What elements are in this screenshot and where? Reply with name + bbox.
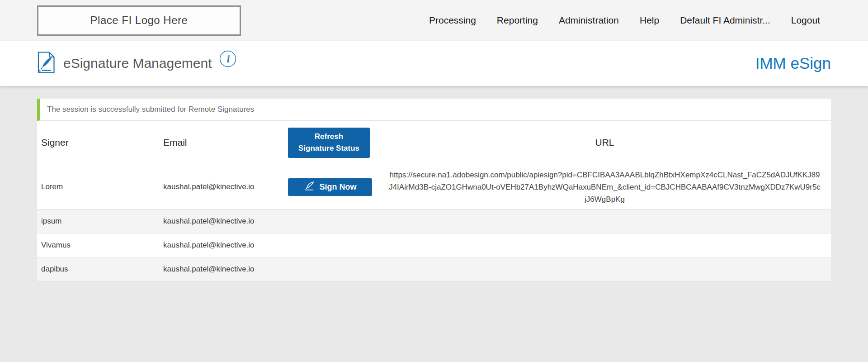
table-row: ipsum kaushal.patel@kinective.io — [37, 209, 831, 233]
action-cell — [288, 233, 378, 257]
url-cell — [378, 209, 831, 233]
refresh-signature-status-button[interactable]: Refresh Signature Status — [288, 128, 370, 158]
column-header-email: Email — [159, 121, 288, 165]
column-header-url: URL — [378, 121, 831, 165]
column-header-action: Refresh Signature Status — [288, 121, 378, 165]
column-header-signer: Signer — [37, 121, 159, 165]
email-cell: kaushal.patel@kinective.io — [159, 257, 288, 281]
url-cell — [378, 257, 831, 281]
title-bar: x eSignature Management i IMM eSign — [0, 41, 868, 86]
signers-table: Signer Email Refresh Signature Status UR… — [37, 121, 831, 281]
table-header: Signer Email Refresh Signature Status UR… — [37, 121, 831, 165]
action-cell: Sign Now — [288, 165, 378, 209]
content-area: The session is successfully submitted fo… — [0, 86, 868, 281]
email-cell: kaushal.patel@kinective.io — [159, 209, 288, 233]
action-cell — [288, 209, 378, 233]
email-cell: kaushal.patel@kinective.io — [159, 233, 288, 257]
fi-logo-text: Place FI Logo Here — [90, 14, 188, 27]
signer-cell: Vivamus — [37, 233, 159, 257]
sign-now-label: Sign Now — [320, 182, 357, 192]
signer-cell: ipsum — [37, 209, 159, 233]
table-row: dapibus kaushal.patel@kinective.io — [37, 257, 831, 281]
page-title: eSignature Management — [63, 56, 212, 71]
table-row: Lorem kaushal.patel@kinective.io — [37, 165, 831, 209]
info-icon[interactable]: i — [219, 50, 236, 69]
svg-text:x: x — [38, 68, 41, 73]
email-cell: kaushal.patel@kinective.io — [159, 165, 288, 209]
nav-item-current-user[interactable]: Default FI Administr... — [680, 15, 770, 26]
action-cell — [288, 257, 378, 281]
table-body: Lorem kaushal.patel@kinective.io — [37, 165, 831, 281]
esign-document-icon: x — [37, 52, 55, 75]
signer-cell: Lorem — [37, 165, 159, 209]
top-header: Place FI Logo Here Processing Reporting … — [0, 0, 868, 41]
nav-item-processing[interactable]: Processing — [429, 15, 476, 26]
url-cell: https://secure.na1.adobesign.com/public/… — [378, 165, 831, 209]
success-message-bar: The session is successfully submitted fo… — [37, 99, 831, 121]
title-group: x eSignature Management i — [37, 50, 236, 76]
quill-icon — [304, 181, 316, 193]
signers-panel: The session is successfully submitted fo… — [37, 99, 831, 281]
fi-logo-placeholder: Place FI Logo Here — [37, 5, 241, 36]
main-nav: Processing Reporting Administration Help… — [429, 15, 820, 26]
nav-item-administration[interactable]: Administration — [559, 15, 619, 26]
success-message-text: The session is successfully submitted fo… — [47, 105, 254, 114]
signer-cell: dapibus — [37, 257, 159, 281]
url-cell — [378, 233, 831, 257]
table-row: Vivamus kaushal.patel@kinective.io — [37, 233, 831, 257]
nav-item-logout[interactable]: Logout — [791, 15, 820, 26]
table-header-row: Signer Email Refresh Signature Status UR… — [37, 121, 831, 165]
nav-item-help[interactable]: Help — [640, 15, 659, 26]
svg-text:i: i — [226, 53, 230, 65]
sign-now-button[interactable]: Sign Now — [288, 178, 372, 196]
nav-item-reporting[interactable]: Reporting — [497, 15, 538, 26]
brand-imm-esign: IMM eSign — [755, 54, 831, 72]
